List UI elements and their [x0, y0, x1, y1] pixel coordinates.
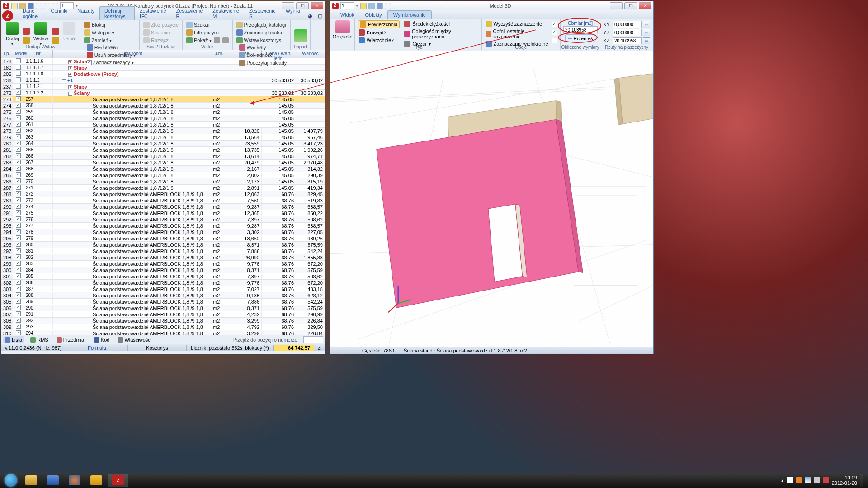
- tab-wymiarowanie[interactable]: Wymiarowanie: [387, 10, 432, 19]
- taskbar-save[interactable]: [42, 474, 63, 487]
- xz-input[interactable]: [613, 37, 642, 44]
- tray-shield-icon[interactable]: [796, 477, 802, 483]
- precision-button[interactable]: Dokładność: [238, 52, 288, 59]
- table-row[interactable]: 302286Ściana podstawowa:dział AMERBLOCK …: [1, 280, 325, 286]
- tray-show-hidden-icon[interactable]: ▴: [781, 478, 784, 483]
- table-row[interactable]: 277261Ściana podstawowa:dział 1,8 /12/1.…: [1, 122, 325, 128]
- undo-selection-button[interactable]: Cofnij ostatnie zaznaczenie: [485, 28, 550, 40]
- table-row[interactable]: 290274Ściana podstawowa:dział AMERBLOCK …: [1, 204, 325, 210]
- table-row[interactable]: 303287Ściana podstawowa:dział AMERBLOCK …: [1, 286, 325, 292]
- table-row[interactable]: 307291Ściana podstawowa:dział AMERBLOCK …: [1, 311, 325, 318]
- table-row[interactable]: 304288Ściana podstawowa:dział AMERBLOCK …: [1, 292, 325, 299]
- table-row[interactable]: 276260Ściana podstawowa:dział 1,8 /12/1.…: [1, 115, 325, 122]
- titlebar-3d[interactable]: ▾ Model 3D — ☐ ✕: [330, 1, 653, 10]
- close-button[interactable]: ✕: [311, 2, 323, 9]
- tab-dane-ogólne[interactable]: Dane ogólne: [18, 6, 46, 20]
- xz-transfer-icon[interactable]: ⇦: [643, 37, 650, 44]
- table-row[interactable]: 2361.1.1.2-+130 533,0230 533,02: [1, 77, 325, 84]
- tab-przedmiar[interactable]: Przedmiar: [55, 336, 88, 343]
- tray-network-icon[interactable]: [805, 477, 811, 483]
- centroid-button[interactable]: Środek ciężkości: [403, 20, 478, 28]
- tab-zestawienie-ifc[interactable]: Zestawienie IFC: [135, 6, 171, 20]
- paste-after-button[interactable]: Wklej po▾: [83, 29, 137, 36]
- table-row[interactable]: 2721.1.1.2.2-Ściany30 533,0230 533,02: [1, 90, 325, 96]
- table-row[interactable]: 278262Ściana podstawowa:dział 1,8 /12/1.…: [1, 128, 325, 134]
- help-icon[interactable]: ◕: [305, 12, 315, 20]
- insert-red-icon[interactable]: [52, 28, 59, 35]
- table-row[interactable]: 295279Ściana podstawowa:dział AMERBLOCK …: [1, 235, 325, 242]
- table-row[interactable]: 288272Ściana podstawowa:dział AMERBLOCK …: [1, 191, 325, 197]
- tab-narzuty[interactable]: Narzuty: [72, 6, 99, 20]
- replace-button[interactable]: Zamień▾: [83, 37, 137, 44]
- tab-definiuj-kosztorys[interactable]: Definiuj kosztorys: [99, 6, 135, 20]
- table-row[interactable]: 306290Ściana podstawowa:dział AMERBLOCK …: [1, 305, 325, 311]
- table-row[interactable]: 309293Ściana podstawowa:dział AMERBLOCK …: [1, 324, 325, 330]
- table-row[interactable]: 299283Ściana podstawowa:dział AMERBLOCK …: [1, 261, 325, 267]
- edge-button[interactable]: Krawędź: [358, 29, 400, 36]
- qat-spin-3d[interactable]: [340, 2, 354, 9]
- table-row[interactable]: 291275Ściana podstawowa:dział AMERBLOCK …: [1, 210, 325, 216]
- qat-new-icon[interactable]: [11, 3, 18, 9]
- yz-input[interactable]: [613, 29, 642, 36]
- table-row[interactable]: 308292Ściana podstawowa:dział AMERBLOCK …: [1, 318, 325, 324]
- tab-zestawienie-m[interactable]: Zestawienie M: [208, 6, 244, 20]
- tab-cenniki[interactable]: Cenniki: [46, 6, 72, 20]
- tab-obiekty[interactable]: Obiekty: [360, 11, 387, 19]
- table-row[interactable]: 292276Ściana podstawowa:dział AMERBLOCK …: [1, 216, 325, 223]
- tab-kod[interactable]: Kod: [92, 336, 112, 343]
- viewport-3d[interactable]: [330, 51, 653, 347]
- table-row[interactable]: 296280Ściana podstawowa:dział AMERBLOCK …: [1, 242, 325, 248]
- tray-volume-icon[interactable]: [814, 477, 820, 483]
- insert-yellow-icon[interactable]: [52, 37, 59, 44]
- system-tray[interactable]: ▴ 10:09 2012-01-20: [781, 474, 866, 487]
- table-row[interactable]: 285269Ściana podstawowa:dział 1,8 /12/1.…: [1, 172, 325, 178]
- tab-rms[interactable]: RMS: [28, 336, 50, 343]
- opt-chk-3[interactable]: [552, 38, 557, 43]
- table-row[interactable]: 2061.1.1.1.8+Dodatkowe (Proxy): [1, 71, 325, 77]
- clock[interactable]: 10:09 2012-01-20: [832, 475, 857, 486]
- table-row[interactable]: 286270Ściana podstawowa:dział 1,8 /12/1.…: [1, 178, 325, 185]
- add-red-icon[interactable]: [23, 28, 30, 35]
- filter-button[interactable]: Filtr pozycji: [185, 29, 230, 36]
- insert-estimate-button[interactable]: Wstaw kosztorys: [236, 37, 288, 44]
- tab-zestawienie-s[interactable]: Zestawienie S: [244, 6, 281, 20]
- fold-positions-button[interactable]: Złóż pozycje: [142, 21, 179, 28]
- load-expenditures-button[interactable]: Podczytaj nakłady: [238, 59, 288, 66]
- yz-transfer-icon[interactable]: ⇦: [643, 29, 650, 36]
- opt-chk-1[interactable]: [552, 22, 557, 27]
- split-button[interactable]: Rozłącz: [142, 37, 179, 44]
- global-vars-button[interactable]: Zmienne globalne: [236, 29, 288, 36]
- tab-lista[interactable]: Lista: [3, 336, 24, 343]
- volume-button[interactable]: Objętość: [333, 20, 352, 39]
- table-row[interactable]: 283267Ściana podstawowa:dział 1,8 /12/1.…: [1, 160, 325, 166]
- qat-filter-icon[interactable]: [385, 3, 391, 9]
- table-row[interactable]: 284268Ściana podstawowa:dział 1,8 /12/1.…: [1, 166, 325, 172]
- start-button[interactable]: [2, 474, 20, 487]
- surface-button[interactable]: Powierzchnia: [358, 20, 400, 28]
- tab-zestawienie-r[interactable]: Zestawienie R: [171, 6, 208, 20]
- clear-measurements-button[interactable]: Usuń przedmiary▾: [86, 52, 137, 59]
- table-row[interactable]: 293277Ściana podstawowa:dział AMERBLOCK …: [1, 223, 325, 229]
- xy-transfer-icon[interactable]: ⇦: [643, 21, 650, 28]
- clear-selection-button[interactable]: Wyczyść zaznaczenie: [485, 20, 550, 28]
- xy-input[interactable]: [613, 21, 642, 28]
- taskbar-zuzia[interactable]: Z: [108, 474, 128, 487]
- taskbar-firefox[interactable]: [64, 474, 85, 487]
- table-row[interactable]: 280264Ściana podstawowa:dział 1,8 /12/1.…: [1, 141, 325, 147]
- table-row[interactable]: 274258Ściana podstawowa:dział 1,8 /12/1.…: [1, 103, 325, 109]
- table-row[interactable]: 305289Ściana podstawowa:dział AMERBLOCK …: [1, 299, 325, 305]
- taskbar[interactable]: Z ▴ 10:09 2012-01-20: [0, 473, 868, 488]
- table-row[interactable]: 294278Ściana podstawowa:dział AMERBLOCK …: [1, 229, 325, 235]
- import-button[interactable]: [292, 28, 309, 43]
- tray-app-icon[interactable]: [823, 477, 829, 483]
- table-row[interactable]: 281265Ściana podstawowa:dział 1,8 /12/1.…: [1, 147, 325, 153]
- select-current-button[interactable]: Zaznacz bieżący▾: [86, 59, 137, 66]
- table-row[interactable]: 300284Ściana podstawowa:dział AMERBLOCK …: [1, 267, 325, 273]
- opt-chk-2[interactable]: [552, 30, 557, 35]
- close-button[interactable]: ✕: [639, 2, 651, 9]
- plane-distance-button[interactable]: Odległość między płaszczyznami: [403, 28, 478, 40]
- table-row[interactable]: 275259Ściana podstawowa:dział 1,8 /12/1.…: [1, 109, 325, 115]
- table-row[interactable]: 287271Ściana podstawowa:dział 1,8 /12/1.…: [1, 185, 325, 191]
- maximize-button[interactable]: ☐: [624, 2, 637, 9]
- merge-button[interactable]: Scalenie: [142, 29, 179, 36]
